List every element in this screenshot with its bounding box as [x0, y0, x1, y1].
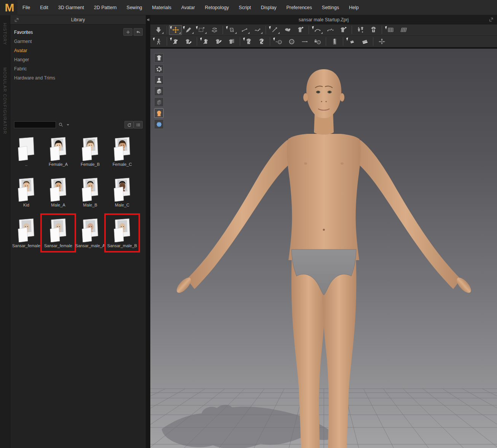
tool-edit-curvature[interactable]: [251, 25, 264, 35]
tool-pin-on-garment[interactable]: [169, 37, 182, 46]
tool-flip-garment[interactable]: [354, 25, 367, 35]
tool-grid-diagonal[interactable]: [397, 25, 410, 35]
shirt-copy-icon: [228, 38, 235, 45]
library-item-male-b-6[interactable]: Male_B: [74, 177, 106, 207]
viewtool-show-environment[interactable]: [154, 119, 164, 129]
tool-thread[interactable]: [298, 37, 311, 46]
library-category-garment[interactable]: Garment: [10, 37, 146, 46]
library-item-male-a-5[interactable]: Male_A: [42, 177, 74, 207]
toolbar-separator: [240, 37, 240, 46]
menu-file[interactable]: File: [18, 5, 35, 10]
menu-retopology[interactable]: Retopology: [200, 5, 234, 10]
menu-materials[interactable]: Materials: [147, 5, 177, 10]
library-item-kid-4[interactable]: Kid: [10, 177, 42, 207]
tool-select-curve[interactable]: [182, 25, 195, 35]
tool-fit-garment[interactable]: [367, 25, 380, 35]
tool-zipper[interactable]: [328, 37, 341, 46]
shirt-checker2-icon: [258, 38, 265, 45]
tab-history[interactable]: HISTORY: [3, 23, 7, 45]
library-item-male-c-7[interactable]: Male_C: [106, 177, 138, 207]
collapse-panel-icon[interactable]: [146, 17, 150, 22]
panel-divider[interactable]: [146, 15, 150, 448]
tool-transform-pattern[interactable]: [225, 25, 238, 35]
tool-texture-edit[interactable]: [242, 37, 255, 46]
search-options-dropdown-icon[interactable]: [66, 123, 70, 127]
tool-wind-small[interactable]: [345, 37, 358, 46]
folder-thumbnail: [78, 218, 102, 242]
add-favorite-button[interactable]: [123, 28, 132, 36]
viewport-3d[interactable]: [150, 49, 497, 448]
menu-bar-items: FileEdit3D Garment2D PatternSewingMateri…: [18, 5, 364, 10]
tool-measure-pin[interactable]: [375, 37, 388, 46]
menu-script[interactable]: Script: [234, 5, 256, 10]
viewtool-show-trims[interactable]: [154, 64, 164, 74]
tool-walk-avatar[interactable]: [152, 37, 165, 46]
menu-edit[interactable]: Edit: [35, 5, 53, 10]
menu-display[interactable]: Display: [256, 5, 281, 10]
menu-settings[interactable]: Settings: [317, 5, 344, 10]
menu-avatar[interactable]: Avatar: [176, 5, 200, 10]
tool-pin-line[interactable]: [268, 25, 281, 35]
library-item---0[interactable]: ..: [10, 137, 42, 167]
list-view-button[interactable]: [134, 121, 143, 129]
popout-viewport-icon[interactable]: [489, 17, 494, 22]
toolbar-separator: [167, 37, 167, 46]
library-category-fabric[interactable]: Fabric: [10, 64, 146, 73]
menu-3d-garment[interactable]: 3D Garment: [53, 5, 89, 10]
menu-sewing[interactable]: Sewing: [122, 5, 147, 10]
library-item-female-c-3[interactable]: Female_C: [106, 137, 138, 167]
viewtool-show-fabric-alt[interactable]: [154, 97, 164, 107]
back-button[interactable]: [134, 28, 143, 36]
search-input[interactable]: [14, 121, 56, 128]
folder-thumbnail: [78, 137, 102, 161]
library-item-sansar-female-8[interactable]: Sansar_female: [10, 218, 42, 248]
button-lock-icon: [314, 38, 321, 45]
tool-texture-repeat[interactable]: [255, 37, 268, 46]
menu-help[interactable]: Help: [344, 5, 364, 10]
search-icon[interactable]: [58, 122, 64, 127]
tool-drape-segment[interactable]: [199, 37, 212, 46]
refresh-button[interactable]: [124, 121, 134, 129]
library-category-hanger[interactable]: Hanger: [10, 55, 146, 64]
tool-attach-button[interactable]: [272, 37, 285, 46]
tool-pen-on-garment[interactable]: [182, 37, 195, 46]
library-item-sansar-male-b-11[interactable]: Sansar_male_B: [106, 218, 138, 248]
tab-modular-configurator[interactable]: MODULAR CONFIGURATOR: [3, 67, 7, 134]
library-category-hardware-and-trims[interactable]: Hardware and Trims: [10, 73, 146, 83]
library-category-avatar[interactable]: Avatar: [10, 46, 146, 55]
tool-sew-free[interactable]: [324, 25, 337, 35]
library-item-sansar-female-9[interactable]: Sansar_female: [42, 218, 74, 248]
folder-thumbnail: [110, 177, 134, 202]
popout-panel-icon[interactable]: [14, 17, 19, 22]
library-item-sansar-male-a-10[interactable]: Sansar_male_A: [74, 218, 106, 248]
viewtool-show-fabric[interactable]: [154, 86, 164, 96]
tool-layer-garment[interactable]: [225, 37, 238, 46]
tool-button[interactable]: [285, 37, 298, 46]
tool-import[interactable]: [152, 25, 165, 35]
tool-orbit-view[interactable]: [208, 25, 221, 35]
app-logo[interactable]: M: [0, 0, 18, 15]
menu-preferences[interactable]: Preferences: [281, 5, 317, 10]
viewtool-show-garment[interactable]: [154, 53, 164, 63]
menu-2d-pattern[interactable]: 2D Pattern: [89, 5, 122, 10]
tool-sew-detail[interactable]: [337, 25, 350, 35]
viewtool-show-avatar[interactable]: [154, 75, 164, 85]
tool-pin-tube[interactable]: [281, 25, 294, 35]
tool-pin-garment[interactable]: [294, 25, 307, 35]
shirt-knife-icon: [215, 38, 222, 45]
library-item-female-a-1[interactable]: Female_A: [42, 137, 74, 167]
library-item-female-b-2[interactable]: Female_B: [74, 137, 106, 167]
viewtool-show-avatar-skin[interactable]: [154, 108, 164, 118]
folder-thumbnail: [46, 137, 70, 161]
tool-select-move[interactable]: [169, 25, 182, 35]
scene-3d: [150, 49, 497, 448]
button-icon: [288, 38, 295, 45]
toolbar-separator: [309, 26, 309, 34]
tool-sew-segment[interactable]: [311, 25, 324, 35]
tool-wind-large[interactable]: [358, 37, 371, 46]
tool-lock-button[interactable]: [311, 37, 324, 46]
tool-select-box[interactable]: [195, 25, 208, 35]
tool-drape-free[interactable]: [212, 37, 225, 46]
tool-grid-rectangular[interactable]: [384, 25, 397, 35]
tool-edit-segment[interactable]: [238, 25, 251, 35]
